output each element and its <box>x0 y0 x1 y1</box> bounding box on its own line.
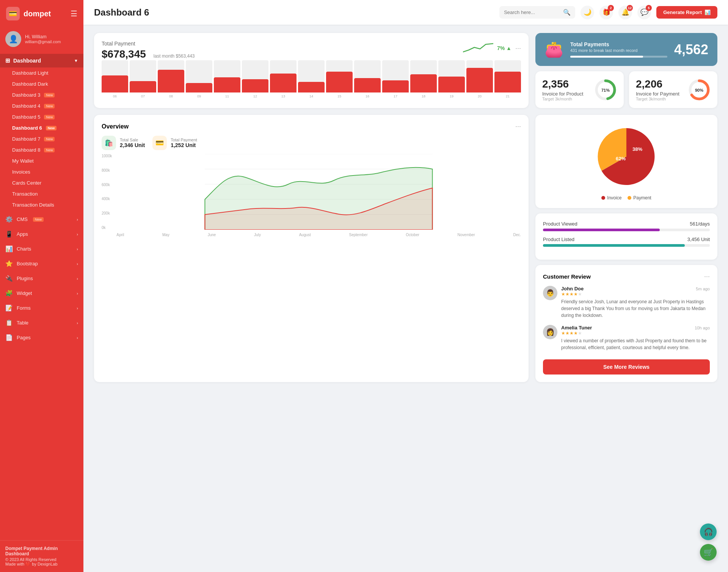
bar-value <box>242 79 268 92</box>
invoice-payment-label: Invoice for Payment <box>636 91 679 97</box>
trend-percentage: 7% ▲ <box>497 45 511 51</box>
sidebar-item-charts[interactable]: 📊 Charts › <box>0 241 83 256</box>
generate-report-label: Generate Report <box>663 9 702 15</box>
bar-column: 15 <box>326 60 353 98</box>
badge-new: New <box>44 104 55 108</box>
invoice-product-donut: 71% <box>594 78 617 101</box>
sidebar-item-dashboard-4[interactable]: Dashboard 4 New <box>0 100 83 111</box>
payment-legend: Payment <box>628 195 651 201</box>
sidebar-logo: 💳 dompet ☰ <box>0 0 83 27</box>
plugins-arrow: › <box>77 276 78 281</box>
dashboard-group-label: Dashboard <box>13 58 41 64</box>
product-viewed-bar <box>543 229 660 231</box>
product-listed-label: Product Listed <box>543 237 574 242</box>
total-payment-menu[interactable]: ··· <box>515 44 521 52</box>
bar-value <box>326 72 353 92</box>
main-area: Dashboard 6 🔍 🌙 🎁 2 🔔 12 💬 5 Generate Re… <box>83 0 728 572</box>
dashboard-group-header[interactable]: ⊞ Dashboard ▼ <box>0 54 83 67</box>
sidebar-item-cms[interactable]: ⚙️ CMS New › <box>0 212 83 227</box>
invoice-payment-target: Target 3k/month <box>636 97 679 101</box>
sidebar-item-dashboard-5[interactable]: Dashboard 5 New <box>0 111 83 122</box>
plugins-label: Plugins <box>17 276 33 281</box>
apps-arrow: › <box>77 232 78 237</box>
total-payment-header: Total Payment $678,345 last month $563,4… <box>102 41 521 60</box>
overview-menu[interactable]: ··· <box>515 122 521 130</box>
sidebar-item-dashboard-7[interactable]: Dashboard 7 New <box>0 133 83 144</box>
tp-blue-progress-bar <box>570 56 643 58</box>
reviewer-2-time: 10h ago <box>695 326 710 330</box>
sidebar-item-dashboard-6[interactable]: Dashboard 6 New <box>0 122 83 133</box>
product-listed-row: Product Listed 3,456 Unit <box>543 237 710 247</box>
tp-blue-label: Total Payments <box>570 41 667 47</box>
sidebar-item-dashboard-8[interactable]: Dashboard 8 New <box>0 144 83 155</box>
gift-btn[interactable]: 🎁 2 <box>599 6 613 19</box>
svg-text:38%: 38% <box>632 146 642 152</box>
avatar: 👤 <box>5 31 21 47</box>
user-name: William <box>32 34 47 39</box>
pie-chart: 62% 38% <box>585 122 668 191</box>
badge-new: New <box>44 115 55 119</box>
product-viewed-value: 561/days <box>690 221 710 227</box>
sidebar-item-table[interactable]: 📋 Table › <box>0 315 83 330</box>
pages-label: Pages <box>17 335 31 340</box>
reviewer-1-time: 5m ago <box>696 287 710 291</box>
cart-float-button[interactable]: 🛒 <box>700 544 717 561</box>
theme-toggle-btn[interactable]: 🌙 <box>581 6 594 19</box>
sidebar-item-apps[interactable]: 📱 Apps › <box>0 227 83 241</box>
total-payment-card: Total Payment $678,345 last month $563,4… <box>94 33 529 108</box>
cart-icon: 🛒 <box>704 548 713 557</box>
logo-text: dompet <box>24 9 51 18</box>
support-float-button[interactable]: 🎧 <box>700 523 717 540</box>
footer-made: Made with ❤️ by DexignLab <box>5 562 78 567</box>
see-more-reviews-button[interactable]: See More Reviews <box>543 359 710 375</box>
sidebar-item-pages[interactable]: 📄 Pages › <box>0 330 83 345</box>
y-axis-labels: 1000k 800k 600k 400k 200k 0k <box>102 154 113 230</box>
bar-value <box>466 68 493 92</box>
sidebar-item-forms[interactable]: 📝 Forms › <box>0 301 83 315</box>
total-payment-stat: 💳 Total Payment 1,252 Unit <box>152 136 197 150</box>
sidebar-item-transaction-details[interactable]: Transaction Details <box>0 199 83 210</box>
invoice-legend: Invoice <box>601 195 621 201</box>
footer-copy: © 2023 All Rights Reserved <box>5 557 78 562</box>
bar-column: 20 <box>466 60 493 98</box>
sidebar-item-transaction[interactable]: Transaction <box>0 188 83 199</box>
badge-new: New <box>44 148 55 152</box>
reviewer-2-name: Amelia Tuner <box>561 325 592 331</box>
chart-bar-icon: 📊 <box>704 9 711 15</box>
sidebar-item-cards-center[interactable]: Cards Center <box>0 177 83 188</box>
sidebar-item-plugins[interactable]: 🔌 Plugins › <box>0 271 83 286</box>
right-bottom-col: 62% 38% Invoice Payment <box>535 115 717 382</box>
svg-text:71%: 71% <box>601 88 610 92</box>
customer-review-card: Customer Review ··· 👨 John Doe 5m ago ★★… <box>535 265 717 382</box>
sidebar-item-dashboard-dark[interactable]: Dashboard Dark <box>0 78 83 89</box>
sidebar-item-bootstrap[interactable]: ⭐ Bootstrap › <box>0 256 83 271</box>
hamburger-icon[interactable]: ☰ <box>71 9 77 18</box>
bar-column: 06 <box>102 60 128 98</box>
apps-icon: 📱 <box>5 230 13 238</box>
review-menu[interactable]: ··· <box>704 273 710 281</box>
table-label: Table <box>17 320 28 326</box>
sidebar-item-widget[interactable]: 🧩 Widget › <box>0 286 83 301</box>
invoices-row: 2,356 Invoice for Product Target 3k/mont… <box>535 71 717 108</box>
area-chart-wrapper: 1000k 800k 600k 400k 200k 0k <box>102 154 521 237</box>
sidebar-item-dashboard-light[interactable]: Dashboard Light <box>0 67 83 78</box>
table-arrow: › <box>77 321 78 325</box>
generate-report-button[interactable]: Generate Report 📊 <box>656 6 717 19</box>
area-chart <box>116 154 521 230</box>
bar-column: 13 <box>270 60 297 98</box>
dashboard-icon: ⊞ <box>5 57 10 64</box>
payment-bar-chart: 060708091112131415161718192021 <box>102 64 521 98</box>
sidebar-item-my-wallet[interactable]: My Wallet <box>0 155 83 166</box>
sidebar-item-invoices[interactable]: Invoices <box>0 166 83 177</box>
search-input[interactable] <box>504 9 560 15</box>
sale-label: Total Sale <box>120 138 145 142</box>
cms-icon: ⚙️ <box>5 216 13 223</box>
search-box[interactable]: 🔍 <box>499 6 575 19</box>
sidebar-item-dashboard-3[interactable]: Dashboard 3 New <box>0 89 83 100</box>
bell-btn[interactable]: 🔔 12 <box>618 6 632 19</box>
invoice-payment-card: 2,206 Invoice for Payment Target 3k/mont… <box>629 71 717 108</box>
overview-title: Overview <box>102 123 129 130</box>
chat-btn[interactable]: 💬 5 <box>637 6 651 19</box>
bar-value <box>354 78 381 92</box>
reviewer-2-text: I viewed a number of properties with Jus… <box>561 337 710 351</box>
